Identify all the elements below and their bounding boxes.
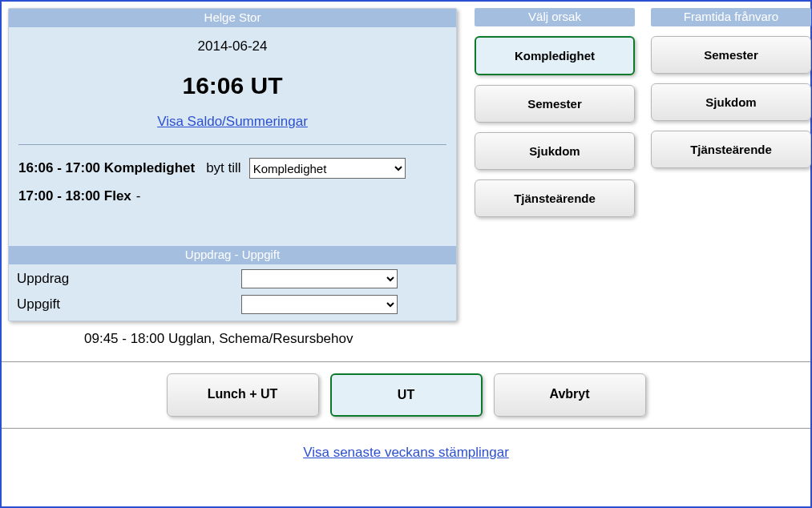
current-time: 16:06 UT	[9, 72, 456, 99]
current-date: 2014-06-24	[9, 27, 456, 54]
reason-kompledighet-button[interactable]: Kompledighet	[475, 36, 635, 75]
future-sjukdom-button[interactable]: Sjukdom	[651, 83, 811, 121]
assignment-label: Uppdrag	[17, 271, 241, 287]
row2-dash: -	[136, 188, 141, 204]
employee-panel: Helge Stor 2014-06-24 16:06 UT Visa Sald…	[8, 8, 457, 321]
employee-name-header: Helge Stor	[9, 9, 456, 27]
assignment-task-header: Uppdrag - Uppgift	[9, 246, 456, 264]
show-last-week-link[interactable]: Visa senaste veckans stämplingar	[303, 445, 509, 460]
assignment-select[interactable]	[241, 269, 398, 288]
reason-tjanstearende-button[interactable]: Tjänsteärende	[475, 179, 635, 217]
task-label: Uppgift	[17, 296, 241, 312]
row1-type: Kompledighet	[104, 160, 195, 176]
row2-type: Flex	[104, 188, 131, 204]
row2-time: 17:00 - 18:00	[18, 188, 100, 204]
future-absence-header: Framtida frånvaro	[651, 8, 811, 26]
reason-sjukdom-button[interactable]: Sjukdom	[475, 132, 635, 170]
row1-time: 16:06 - 17:00	[18, 160, 100, 176]
schedule-line: 09:45 - 18:00 Ugglan, Schema/Resursbehov	[8, 321, 457, 347]
change-to-label: byt till	[206, 160, 240, 176]
future-tjanstearende-button[interactable]: Tjänsteärende	[651, 131, 811, 168]
cancel-button[interactable]: Avbryt	[494, 373, 646, 417]
ut-button[interactable]: UT	[330, 373, 483, 417]
reason-semester-button[interactable]: Semester	[475, 85, 635, 123]
lunch-ut-button[interactable]: Lunch + UT	[167, 373, 319, 417]
select-reason-header: Välj orsak	[475, 8, 635, 26]
show-balance-link[interactable]: Visa Saldo/Summeringar	[157, 114, 308, 129]
future-semester-button[interactable]: Semester	[651, 36, 811, 74]
task-select[interactable]	[241, 295, 398, 314]
row1-type-select[interactable]: Kompledighet	[249, 158, 406, 179]
